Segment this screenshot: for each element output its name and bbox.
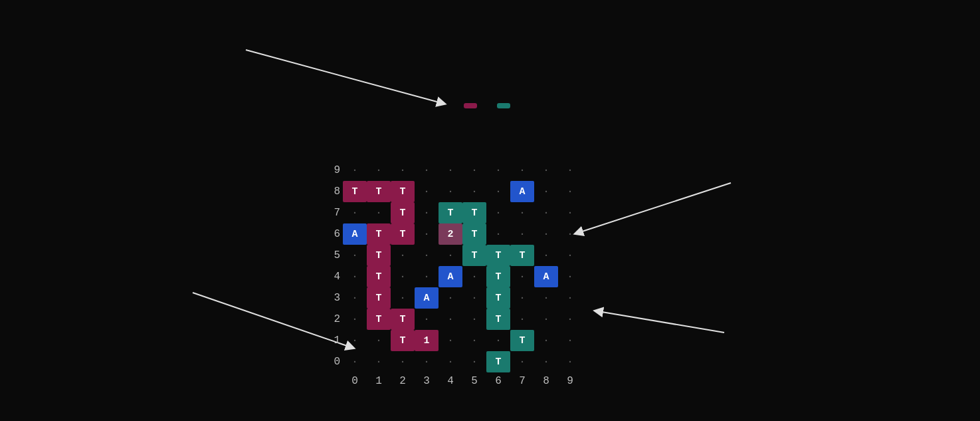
grid-cell: · bbox=[558, 309, 582, 330]
grid-cell: · bbox=[534, 245, 558, 266]
col-label: 3 bbox=[415, 375, 439, 387]
title-line bbox=[464, 103, 517, 108]
grid-cell: · bbox=[534, 160, 558, 181]
grid-cell: · bbox=[462, 160, 486, 181]
grid-cell: · bbox=[558, 223, 582, 245]
grid-cell: · bbox=[558, 287, 582, 309]
grid-cell: · bbox=[391, 287, 415, 309]
grid-cell: A bbox=[510, 181, 534, 202]
grid-cell: · bbox=[558, 160, 582, 181]
grid-cell: · bbox=[343, 309, 367, 330]
grid-cell: T bbox=[510, 245, 534, 266]
grid-cell: T bbox=[486, 351, 510, 372]
row-label: 6 bbox=[326, 228, 340, 240]
grid-cell: · bbox=[558, 351, 582, 372]
row-label: 9 bbox=[326, 164, 340, 176]
grid-cell: · bbox=[462, 287, 486, 309]
grid-cell: T bbox=[391, 309, 415, 330]
grid-cell: · bbox=[415, 245, 439, 266]
svg-line-3 bbox=[598, 311, 724, 333]
model1-badge bbox=[464, 103, 477, 108]
grid-cell: · bbox=[367, 351, 391, 372]
grid-cell: · bbox=[391, 245, 415, 266]
grid-cell: · bbox=[439, 309, 462, 330]
grid-cell: T bbox=[367, 287, 391, 309]
grid-cell: · bbox=[510, 223, 534, 245]
grid-cell: T bbox=[486, 287, 510, 309]
grid-cell: · bbox=[462, 351, 486, 372]
grid-cell: · bbox=[534, 330, 558, 351]
grid-cell: T bbox=[462, 245, 486, 266]
grid-cell: · bbox=[558, 181, 582, 202]
grid-cell: · bbox=[486, 330, 510, 351]
grid-cell: · bbox=[415, 160, 439, 181]
game-grid: 9··········8TTT····A··7··T·TT····6ATT·2T… bbox=[326, 160, 582, 372]
grid-cell: · bbox=[343, 351, 367, 372]
grid-row: 5·T···TTT·· bbox=[326, 245, 582, 266]
grid-cell: A bbox=[415, 287, 439, 309]
grid-cell: T bbox=[486, 309, 510, 330]
grid-cell: · bbox=[510, 160, 534, 181]
grid-cell: A bbox=[534, 266, 558, 287]
grid-row: 4·T··A·T·A· bbox=[326, 266, 582, 287]
model2-badge bbox=[497, 103, 510, 108]
row-label: 3 bbox=[326, 292, 340, 304]
grid-cell: T bbox=[367, 245, 391, 266]
grid-cell: · bbox=[367, 160, 391, 181]
grid-cell: · bbox=[415, 351, 439, 372]
grid-cell: · bbox=[534, 223, 558, 245]
grid-cell: · bbox=[534, 309, 558, 330]
grid-cell: T bbox=[391, 181, 415, 202]
grid-cell: · bbox=[462, 330, 486, 351]
grid-cell: T bbox=[367, 223, 391, 245]
grid-cell: T bbox=[486, 245, 510, 266]
col-label: 1 bbox=[367, 375, 391, 387]
grid-cell: · bbox=[415, 181, 439, 202]
grid-cell: · bbox=[343, 330, 367, 351]
grid-cell: · bbox=[415, 309, 439, 330]
grid-cell: T bbox=[391, 330, 415, 351]
grid-cell: · bbox=[558, 245, 582, 266]
grid-row: 1··T1···T·· bbox=[326, 330, 582, 351]
grid-cell: · bbox=[486, 181, 510, 202]
grid-cell: T bbox=[462, 223, 486, 245]
col-label: 6 bbox=[486, 375, 510, 387]
grid-cell: T bbox=[462, 202, 486, 223]
grid-cell: T bbox=[391, 223, 415, 245]
grid-row: 2·TT···T··· bbox=[326, 309, 582, 330]
grid-cell: A bbox=[439, 266, 462, 287]
col-label: 4 bbox=[439, 375, 462, 387]
row-label: 2 bbox=[326, 313, 340, 325]
col-label: 8 bbox=[534, 375, 558, 387]
grid-cell: · bbox=[439, 181, 462, 202]
col-label: 0 bbox=[343, 375, 367, 387]
grid-cell: T bbox=[439, 202, 462, 223]
col-label: 5 bbox=[462, 375, 486, 387]
grid-row: 6ATT·2T···· bbox=[326, 223, 582, 245]
grid-cell: · bbox=[558, 266, 582, 287]
grid-cell: · bbox=[391, 160, 415, 181]
grid-cell: · bbox=[343, 160, 367, 181]
row-label: 5 bbox=[326, 249, 340, 261]
grid-cell: T bbox=[343, 181, 367, 202]
grid-cell: · bbox=[558, 202, 582, 223]
grid-cell: · bbox=[510, 309, 534, 330]
grid-cell: · bbox=[343, 245, 367, 266]
grid-cell: · bbox=[534, 181, 558, 202]
grid-cell: · bbox=[439, 160, 462, 181]
grid-cell: T bbox=[391, 202, 415, 223]
grid-cell: · bbox=[534, 202, 558, 223]
grid-row: 7··T·TT···· bbox=[326, 202, 582, 223]
grid-cell: · bbox=[510, 287, 534, 309]
row-label: 0 bbox=[326, 356, 340, 368]
grid-cell: · bbox=[391, 351, 415, 372]
grid-cell: · bbox=[367, 202, 391, 223]
grid-cell: A bbox=[343, 223, 367, 245]
grid-cell: · bbox=[439, 287, 462, 309]
grid-row: 3·T·A··T··· bbox=[326, 287, 582, 309]
grid-cell: · bbox=[558, 330, 582, 351]
grid-row: 8TTT····A·· bbox=[326, 181, 582, 202]
grid-cell: · bbox=[391, 266, 415, 287]
row-label: 1 bbox=[326, 335, 340, 347]
grid-cell: · bbox=[510, 351, 534, 372]
